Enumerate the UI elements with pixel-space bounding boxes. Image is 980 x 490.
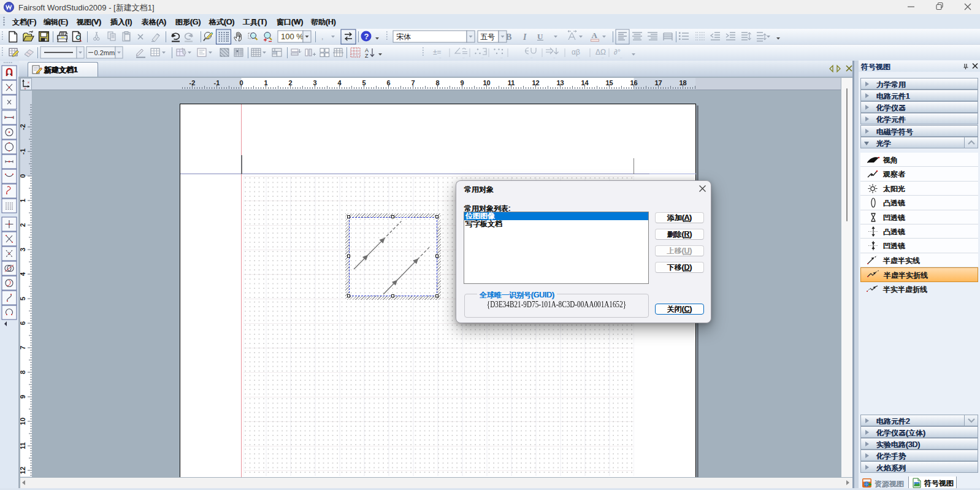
svg-text:100 %: 100 % bbox=[281, 32, 304, 41]
svg-text:17: 17 bbox=[654, 79, 662, 86]
svg-text:8: 8 bbox=[435, 79, 439, 86]
svg-text:..: .. bbox=[602, 55, 604, 59]
svg-text:15: 15 bbox=[605, 79, 613, 86]
svg-text:B: B bbox=[506, 33, 511, 42]
svg-text:..: .. bbox=[481, 55, 484, 59]
svg-text:宋体: 宋体 bbox=[396, 33, 411, 41]
svg-text:11: 11 bbox=[508, 79, 515, 86]
svg-text:..: .. bbox=[578, 55, 580, 59]
svg-text:-2: -2 bbox=[189, 79, 196, 86]
svg-text:A: A bbox=[592, 31, 598, 40]
svg-text:1: 1 bbox=[20, 199, 26, 202]
svg-text:ΔΩ: ΔΩ bbox=[595, 48, 606, 56]
svg-text:5: 5 bbox=[362, 79, 366, 86]
svg-text:2: 2 bbox=[20, 223, 26, 227]
svg-text:1: 1 bbox=[264, 79, 267, 86]
svg-text:18: 18 bbox=[679, 79, 686, 86]
svg-text:7: 7 bbox=[411, 79, 415, 86]
svg-text:y: y bbox=[25, 86, 26, 90]
svg-text:9: 9 bbox=[460, 79, 464, 86]
svg-text:7: 7 bbox=[20, 346, 26, 350]
svg-text:..: .. bbox=[553, 55, 556, 59]
svg-text:?: ? bbox=[364, 32, 369, 41]
svg-text:..: .. bbox=[530, 55, 533, 59]
svg-text:-1: -1 bbox=[20, 148, 26, 155]
svg-text:16: 16 bbox=[630, 79, 637, 86]
svg-text:U: U bbox=[537, 32, 543, 41]
svg-text:4: 4 bbox=[337, 79, 342, 86]
svg-text:-1: -1 bbox=[214, 79, 220, 86]
svg-text:9: 9 bbox=[20, 395, 26, 399]
svg-text:8: 8 bbox=[20, 370, 26, 374]
svg-text:11: 11 bbox=[20, 442, 26, 450]
svg-text:6: 6 bbox=[20, 321, 26, 325]
svg-text:2: 2 bbox=[288, 79, 292, 86]
svg-text:10: 10 bbox=[483, 79, 490, 86]
svg-text:12: 12 bbox=[532, 79, 539, 86]
svg-text:..: .. bbox=[439, 55, 442, 59]
svg-text:..: .. bbox=[500, 55, 503, 59]
svg-text:0: 0 bbox=[20, 174, 26, 178]
svg-text:6: 6 bbox=[386, 79, 390, 86]
svg-text:0: 0 bbox=[239, 79, 243, 86]
svg-text:12: 12 bbox=[20, 467, 26, 474]
svg-text:Z: Z bbox=[365, 53, 369, 59]
svg-text:13: 13 bbox=[556, 79, 564, 86]
svg-text:3: 3 bbox=[20, 248, 26, 251]
svg-text:14: 14 bbox=[581, 79, 589, 86]
svg-text:,: , bbox=[321, 33, 323, 41]
svg-text:..: .. bbox=[620, 55, 622, 59]
svg-text:x: x bbox=[28, 80, 29, 84]
svg-text:3: 3 bbox=[313, 79, 316, 86]
svg-text:I: I bbox=[523, 33, 527, 42]
svg-text:-2: -2 bbox=[20, 124, 26, 130]
svg-text:..: .. bbox=[462, 55, 465, 59]
svg-text:4: 4 bbox=[20, 272, 26, 276]
svg-text:0.2mm: 0.2mm bbox=[94, 49, 115, 56]
svg-text:五号: 五号 bbox=[480, 33, 495, 41]
svg-text:10: 10 bbox=[20, 418, 26, 425]
svg-text:5: 5 bbox=[20, 297, 26, 301]
